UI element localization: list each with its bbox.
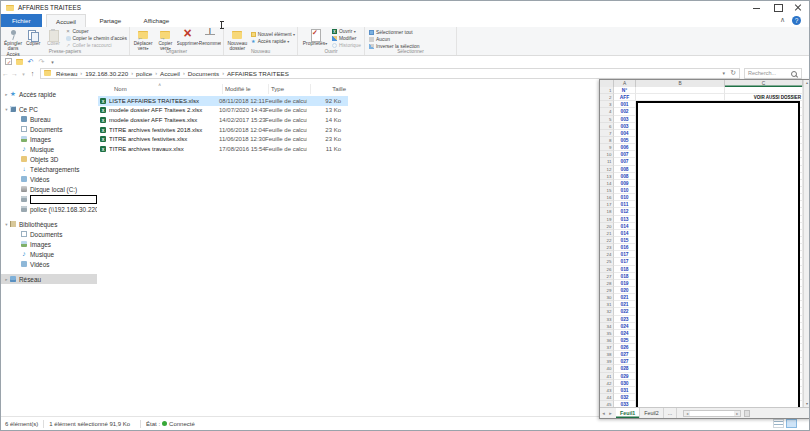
sidebar-item-vid-os[interactable]: Vidéos [1, 259, 97, 269]
row-header-15[interactable]: 15 [600, 187, 614, 194]
column-header-nom[interactable]: Nom [112, 84, 222, 94]
cell-A30[interactable]: 021 [614, 294, 636, 301]
search-input[interactable]: Recherch... [744, 68, 802, 79]
cell-A44[interactable]: 032 [614, 394, 636, 401]
sidebar-item-images[interactable]: Images [1, 239, 97, 249]
row-header-22[interactable]: 22 [600, 237, 614, 244]
new-item-button[interactable]: Nouvel élément ▾ [251, 31, 295, 38]
column-header-taille[interactable]: Taille [310, 84, 348, 94]
close-button[interactable] [788, 1, 809, 14]
cell-C1[interactable] [725, 87, 803, 94]
refresh-icon[interactable] [730, 69, 736, 77]
row-header-16[interactable]: 16 [600, 194, 614, 201]
row-header-19[interactable]: 19 [600, 216, 614, 223]
cell-A36[interactable]: 025 [614, 337, 636, 344]
excel-horizontal-scrollbar[interactable]: ◂ ▸ [683, 410, 741, 417]
chevron-down-icon[interactable]: ▾ [3, 222, 10, 227]
row-header-27[interactable]: 27 [600, 273, 614, 280]
properties-button[interactable]: Propriétés▾ [300, 28, 330, 46]
back-icon[interactable] [1, 70, 10, 77]
row-header-21[interactable]: 21 [600, 230, 614, 237]
sidebar-item-vid-os[interactable]: Vidéos [1, 174, 97, 184]
forward-icon[interactable] [10, 70, 19, 77]
column-header-modifie-le[interactable]: Modifié le [222, 84, 268, 94]
row-header-1[interactable]: 1 [600, 87, 614, 94]
minimize-button[interactable] [746, 1, 767, 14]
file-row-titre-archives-festivites-xlsx[interactable]: TITRE archives festivites.xlsx11/06/2018… [98, 134, 348, 144]
open-button[interactable]: Ouvrir ▾ [332, 28, 361, 35]
delete-button[interactable]: Supprimer▾ [177, 28, 199, 46]
file-row-liste-affaires-traitees-xlsx[interactable]: LISTE AFFAIRES TRAITEES.xlsx08/11/2018 1… [98, 96, 348, 106]
scroll-up-icon[interactable]: ▴ [806, 80, 808, 86]
cell-A22[interactable]: 015 [614, 237, 636, 244]
cell-A43[interactable]: 031 [614, 387, 636, 394]
cell-A39[interactable]: 027 [614, 358, 636, 365]
sidebar-item-r-seau[interactable]: ▸Réseau [1, 274, 97, 284]
cell-A37[interactable]: 026 [614, 344, 636, 351]
cell-A35[interactable]: 024 [614, 330, 636, 337]
row-header-14[interactable]: 14 [600, 180, 614, 187]
row-header-4[interactable]: 4 [600, 108, 614, 115]
sidebar-item-musique[interactable]: Musique [1, 144, 97, 154]
cell-A32[interactable]: 022 [614, 308, 636, 315]
cell-A41[interactable]: 029 [614, 373, 636, 380]
column-header-a[interactable]: A [614, 80, 636, 87]
row-header-33[interactable]: 33 [600, 316, 614, 323]
row-header-44[interactable]: 44 [600, 394, 614, 401]
row-header-41[interactable]: 41 [600, 373, 614, 380]
cell-A26[interactable]: 018 [614, 266, 636, 273]
row-header-25[interactable]: 25 [600, 258, 614, 265]
tab-fichier[interactable]: Fichier [1, 14, 42, 27]
row-header-29[interactable]: 29 [600, 287, 614, 294]
row-header-6[interactable]: 6 [600, 123, 614, 130]
cell-A15[interactable]: 010 [614, 187, 636, 194]
sheet-next-icon[interactable]: ▸ [607, 410, 614, 416]
address-dropdown-icon[interactable] [722, 70, 725, 76]
cell-A25[interactable]: 017 [614, 258, 636, 265]
row-header-38[interactable]: 38 [600, 351, 614, 358]
row-header-23[interactable]: 23 [600, 244, 614, 251]
cell-A38[interactable]: 027 [614, 351, 636, 358]
sheet-tab-feuil1[interactable]: Feuil1 [616, 408, 640, 418]
row-header-20[interactable]: 20 [600, 223, 614, 230]
column-header-c[interactable]: C [725, 80, 803, 87]
row-header-13[interactable]: 13 [600, 173, 614, 180]
copy-button[interactable]: Copier [23, 28, 43, 46]
cell-A33[interactable]: 023 [614, 316, 636, 323]
sidebar-item-disque-local-c[interactable]: Disque local (C:) [1, 184, 97, 194]
cell-A34[interactable]: 024 [614, 323, 636, 330]
scroll-left-icon[interactable]: ◂ [684, 411, 690, 416]
sidebar-item-objets-3d[interactable]: Objets 3D [1, 154, 97, 164]
cell-A3[interactable]: 001 [614, 101, 636, 108]
select-all-button[interactable]: Sélectionner tout [369, 29, 420, 36]
details-view-icon[interactable] [786, 419, 797, 428]
sidebar-item-bureau[interactable]: Bureau [1, 114, 97, 124]
row-header-18[interactable]: 18 [600, 208, 614, 215]
cell-A31[interactable]: 021 [614, 301, 636, 308]
row-header-3[interactable]: 3 [600, 101, 614, 108]
sidebar-item-police-192-168-30-220-z[interactable]: police (\\192.168.30.220) (Z:) [1, 204, 97, 214]
column-header-b[interactable]: B [636, 80, 725, 87]
sidebar-item-ce-pc[interactable]: ▾Ce PC [1, 104, 97, 114]
row-header-42[interactable]: 42 [600, 380, 614, 387]
cell-A27[interactable]: 018 [614, 273, 636, 280]
sidebar-item-redacted[interactable] [1, 194, 97, 204]
breadcrumb-segment-police[interactable]: police [134, 70, 154, 77]
row-header-43[interactable]: 43 [600, 387, 614, 394]
cell-A1[interactable]: N° [614, 87, 636, 94]
collapse-ribbon-icon[interactable] [780, 16, 785, 24]
file-row-modele-dossier-aff-traitees-xlsx[interactable]: modele dossier AFF Traitees.xlsx14/02/20… [98, 115, 348, 125]
sheet-prev-icon[interactable]: ◂ [600, 410, 607, 416]
qat-new-folder-icon[interactable] [16, 59, 23, 65]
cell-A29[interactable]: 020 [614, 287, 636, 294]
breadcrumb-segment-affaires-traitees[interactable]: AFFAIRES TRAITEES [225, 70, 291, 77]
cell-A6[interactable]: 003 [614, 123, 636, 130]
maximize-button[interactable] [767, 1, 788, 14]
cell-A13[interactable]: 008 [614, 173, 636, 180]
cell-A42[interactable]: 030 [614, 380, 636, 387]
cell-A10[interactable]: 007 [614, 151, 636, 158]
cell-A21[interactable]: 014 [614, 230, 636, 237]
sheet-tab-feuil2[interactable]: Feuil2 [640, 408, 663, 418]
breadcrumb-segment-accueil[interactable]: Accueil [158, 70, 182, 77]
excel-vertical-scrollbar[interactable]: ▴ ▾ [803, 80, 810, 407]
